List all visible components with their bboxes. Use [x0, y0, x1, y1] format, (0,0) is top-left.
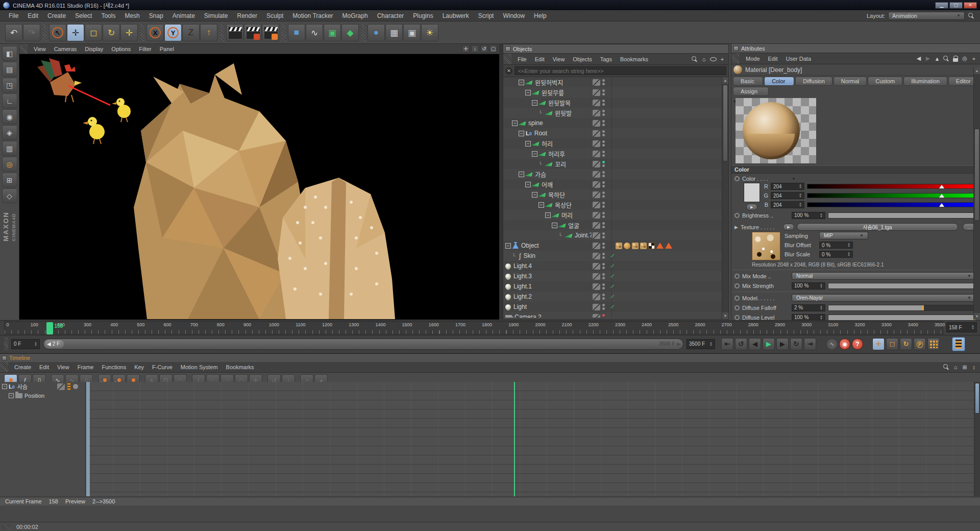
layout-grid-icon[interactable]: ⊞: [961, 364, 968, 371]
tree-item-얼굴[interactable]: −얼굴: [503, 220, 728, 230]
viewport-toggle-icon[interactable]: ▢: [489, 45, 497, 53]
tab-custom[interactable]: Custom: [868, 77, 902, 86]
tab-color[interactable]: Color: [764, 77, 794, 86]
collapse-icon[interactable]: −: [538, 202, 544, 208]
render-dot[interactable]: [602, 226, 605, 228]
timeline-menu-edit[interactable]: Edit: [35, 363, 53, 371]
visibility-toggle-icon[interactable]: [593, 161, 600, 167]
layer-dots[interactable]: [602, 120, 605, 126]
chevron-down-icon[interactable]: ▼: [792, 177, 796, 181]
brightness-slider[interactable]: [828, 212, 976, 219]
layer-dots[interactable]: [602, 191, 605, 198]
animation-dot-icon[interactable]: [734, 274, 740, 279]
enable-dot[interactable]: [602, 120, 605, 123]
visibility-toggle-icon[interactable]: [593, 232, 600, 239]
r-value-field[interactable]: 204▲▼: [771, 183, 804, 190]
tree-item-camera-2[interactable]: Camera.2: [503, 312, 728, 318]
objects-menu-view[interactable]: View: [549, 55, 569, 63]
search-icon[interactable]: [943, 364, 950, 371]
objects-menu-edit[interactable]: Edit: [531, 55, 549, 63]
collapse-icon[interactable]: −: [2, 384, 7, 389]
tab-illumination[interactable]: Illumination: [903, 77, 947, 86]
visibility-toggle-icon[interactable]: [593, 294, 600, 300]
render-dot[interactable]: [602, 103, 605, 106]
frame-ruler[interactable]: 0100200300400500600700800900100011001200…: [4, 321, 943, 334]
layer-dots[interactable]: [602, 151, 605, 157]
layer-dots[interactable]: [602, 273, 605, 279]
visibility-toggle-icon[interactable]: [593, 171, 600, 178]
enable-dot[interactable]: [602, 294, 605, 296]
render-dot[interactable]: [602, 83, 605, 85]
visibility-toggle-icon[interactable]: [593, 181, 600, 188]
animation-dot-icon[interactable]: [734, 315, 740, 320]
diffuse-level-slider[interactable]: [828, 315, 976, 321]
layer-dots[interactable]: [602, 222, 605, 228]
render-dot[interactable]: [602, 205, 605, 208]
layer-dots[interactable]: [602, 243, 605, 249]
render-dot[interactable]: [602, 113, 605, 116]
menu-edit[interactable]: Edit: [23, 11, 43, 21]
animation-dot-icon[interactable]: [734, 176, 740, 181]
workplane-mode-icon[interactable]: ∟: [2, 93, 17, 108]
expand-rgb-icon[interactable]: ▶: [746, 204, 757, 210]
blue-gradient-slider[interactable]: [807, 202, 976, 207]
range-end-field[interactable]: 3500 F▲▼: [687, 339, 715, 349]
lock-icon[interactable]: [952, 55, 959, 62]
render-dot[interactable]: [602, 175, 605, 177]
expand-icon[interactable]: ↕: [970, 364, 977, 371]
layer-dots[interactable]: [602, 263, 605, 269]
undo-icon[interactable]: ↶: [5, 24, 22, 41]
visibility-toggle-icon[interactable]: [593, 263, 600, 270]
tree-item-object[interactable]: −Object: [503, 240, 728, 251]
tree-item-어깨[interactable]: −어깨: [503, 179, 728, 189]
render-dot[interactable]: [602, 215, 605, 218]
visibility-toggle-icon[interactable]: [57, 383, 65, 390]
clear-search-icon[interactable]: ✕: [505, 67, 512, 75]
play-loop-button[interactable]: ↻: [790, 338, 802, 350]
range-end-handle[interactable]: 3500 F ▶: [659, 341, 681, 347]
render-dot[interactable]: [602, 164, 605, 167]
menu-character[interactable]: Character: [373, 11, 409, 21]
live-selection-icon[interactable]: ↖: [49, 24, 66, 41]
layer-dots[interactable]: [602, 100, 605, 106]
tree-item-skin[interactable]: └∫Skin✓: [503, 251, 728, 261]
layout-dropdown[interactable]: Animation ▼: [888, 12, 965, 20]
visibility-toggle-icon[interactable]: [593, 151, 600, 157]
menu-sculpt[interactable]: Sculpt: [262, 11, 288, 21]
enable-dot[interactable]: [602, 191, 605, 194]
tree-item-가슴[interactable]: −가슴: [503, 169, 728, 179]
enable-dot[interactable]: [602, 253, 605, 255]
range-start-field[interactable]: 0 F▲▼: [11, 339, 40, 349]
collapse-icon[interactable]: −: [512, 120, 518, 126]
render-dot[interactable]: [602, 195, 605, 198]
layer-dots[interactable]: [602, 181, 605, 187]
tree-item-light-1[interactable]: Light.1✓: [503, 281, 728, 292]
viewport-menu-filter[interactable]: Filter: [135, 45, 155, 53]
points-mode-icon[interactable]: ◉: [2, 109, 17, 124]
enabled-check-icon[interactable]: ✓: [610, 303, 615, 310]
playhead-marker[interactable]: [46, 322, 53, 334]
render-dot[interactable]: [602, 93, 605, 95]
menu-laubwerk[interactable]: Laubwerk: [438, 11, 474, 21]
collapse-icon[interactable]: −: [519, 80, 524, 85]
tree-item-왼뒷허벅지[interactable]: −왼뒷허벅지: [503, 77, 728, 87]
lock-x-axis-icon[interactable]: X: [146, 24, 164, 41]
enable-dot[interactable]: [602, 110, 605, 112]
enable-dot[interactable]: [602, 283, 605, 286]
diffuse-falloff-field[interactable]: 2 %▲▼: [792, 304, 825, 311]
add-cube-primitive-icon[interactable]: ■: [288, 24, 305, 41]
move-tool-icon[interactable]: ✛: [67, 24, 84, 41]
rotate-tool-mini-icon[interactable]: ↻: [900, 338, 912, 350]
redo-icon[interactable]: ↷: [23, 24, 40, 41]
tree-item-root[interactable]: −L0Root: [503, 128, 728, 138]
collapse-icon[interactable]: −: [532, 192, 537, 198]
model-mode-icon[interactable]: ▤: [2, 62, 17, 77]
timeline-scrollbar[interactable]: [974, 382, 980, 496]
timeline-menu-key[interactable]: Key: [130, 363, 148, 371]
render-dot[interactable]: [602, 277, 605, 279]
minimize-button[interactable]: ▁: [935, 2, 948, 9]
search-icon[interactable]: [943, 55, 950, 62]
tri-tag-icon[interactable]: [656, 243, 664, 249]
enable-dot[interactable]: [602, 212, 605, 214]
layer-dots[interactable]: [602, 161, 605, 167]
